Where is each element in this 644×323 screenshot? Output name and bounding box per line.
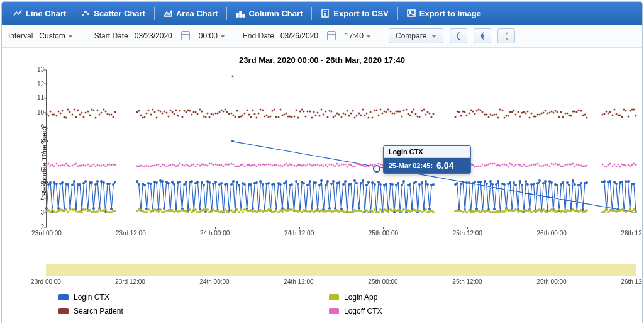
export-to-image[interactable]: Export to Image [401, 2, 487, 25]
legend-item-logoff-ctx[interactable]: Logoff CTX [329, 307, 599, 315]
filter-bar: Interval Custom Start Date 03/23/2020 00… [2, 25, 642, 48]
scale-icon [504, 31, 508, 40]
tooltip-series: Login CTX [384, 146, 470, 158]
export-to-csv[interactable]: Export to CSV [314, 2, 394, 25]
data-layer [47, 70, 636, 227]
legend: Login CTX Search Patient Login App Logof… [58, 293, 636, 315]
interval-dropdown[interactable]: Custom [39, 31, 72, 40]
tab-label: Scatter Chart [94, 9, 145, 18]
end-time-field[interactable]: 17:40 [345, 31, 371, 40]
tab-scatter-chart[interactable]: Scatter Chart [75, 2, 152, 25]
tab-label: Column Chart [248, 9, 303, 18]
tab-label: Line Chart [26, 9, 66, 18]
svg-point-1 [85, 11, 87, 13]
tab-line-chart[interactable]: Line Chart [7, 2, 72, 25]
export-image-icon [407, 9, 416, 18]
legend-item-search-patient[interactable]: Search Patient [58, 307, 329, 315]
separator [397, 7, 398, 20]
chart-title: 23rd Mar, 2020 00:00 - 26th Mar, 2020 17… [8, 55, 636, 65]
tab-area-chart[interactable]: Area Chart [157, 2, 224, 25]
tab-label: Area Chart [176, 9, 218, 18]
separator [311, 7, 312, 20]
tooltip-marker [373, 165, 380, 173]
end-date-label: End Date [243, 31, 274, 40]
scatter-chart-icon [81, 9, 90, 18]
refresh-icon [457, 31, 460, 40]
svg-rect-5 [243, 14, 245, 17]
compare-button[interactable]: Compare [389, 28, 443, 43]
swatch [58, 294, 69, 300]
scale-button[interactable] [497, 28, 515, 43]
chevron-down-icon [220, 35, 225, 38]
interval-value: Custom [39, 31, 65, 40]
tooltip-timestamp: 25-Mar 02:45: [389, 162, 433, 169]
tab-column-chart[interactable]: Column Chart [230, 2, 309, 25]
export-csv-icon [321, 9, 330, 18]
calendar-icon[interactable] [327, 31, 336, 40]
line-chart-icon [13, 9, 22, 18]
tooltip: Login CTX 25-Mar 02:45: 6.04 [383, 145, 471, 174]
swatch [329, 294, 339, 300]
start-date-field[interactable]: 03/23/2020 [135, 31, 172, 40]
swatch [329, 308, 339, 314]
chart-panel: Response Time (sec) Login CTX 25-Mar 02:… [30, 70, 636, 252]
svg-point-0 [82, 14, 84, 16]
svg-rect-4 [240, 11, 242, 17]
chart-container: 23rd Mar, 2020 00:00 - 26th Mar, 2020 17… [2, 48, 642, 323]
chart-toolbar: Line Chart Scatter Chart Area Chart Colu… [2, 2, 642, 25]
plot-area[interactable]: Login CTX 25-Mar 02:45: 6.04 23456789101… [46, 70, 636, 227]
start-time-field[interactable]: 00:00 [199, 31, 225, 40]
start-date-label: Start Date [94, 31, 128, 40]
area-chart-icon [164, 9, 172, 18]
legend-item-login-ctx[interactable]: Login CTX [58, 293, 329, 302]
separator [226, 7, 227, 20]
globe-icon [480, 31, 484, 40]
svg-point-2 [87, 13, 89, 15]
calendar-icon[interactable] [181, 31, 190, 40]
refresh-button[interactable] [450, 28, 467, 43]
swatch [58, 308, 69, 314]
chevron-down-icon [431, 35, 436, 38]
legend-item-login-app[interactable]: Login App [329, 293, 599, 302]
overview-strip[interactable]: 23rd 00:0023rd 12:0024th 00:0024th 12:00… [46, 264, 636, 276]
chevron-down-icon [68, 35, 73, 38]
tooltip-value: 6.04 [436, 161, 453, 171]
svg-rect-3 [236, 13, 238, 17]
interval-label: Interval [8, 31, 33, 40]
end-date-field[interactable]: 03/26/2020 [280, 31, 318, 40]
export-label: Export to Image [419, 9, 481, 18]
globe-button[interactable] [474, 28, 491, 43]
separator [154, 7, 155, 20]
column-chart-icon [236, 9, 245, 18]
chevron-down-icon [366, 35, 371, 38]
export-label: Export to CSV [333, 9, 388, 18]
